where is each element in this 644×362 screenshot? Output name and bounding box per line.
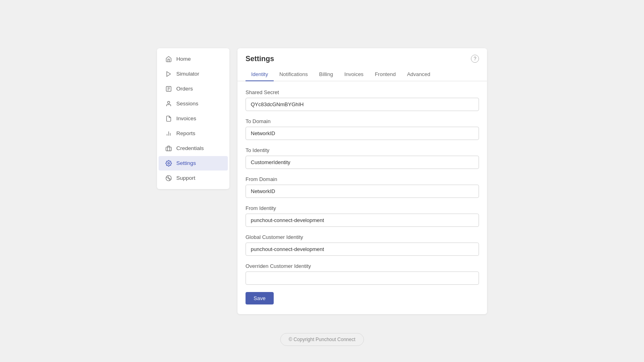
- page-wrapper: Home Simulator: [0, 0, 644, 362]
- settings-icon: [165, 160, 172, 167]
- tab-notifications[interactable]: Notifications: [274, 68, 314, 81]
- to-domain-label: To Domain: [246, 118, 479, 124]
- sidebar-label-simulator: Simulator: [176, 71, 199, 77]
- tab-identity[interactable]: Identity: [246, 68, 274, 81]
- sidebar-item-orders[interactable]: Orders: [159, 82, 228, 96]
- sidebar-label-settings: Settings: [176, 160, 196, 166]
- save-button[interactable]: Save: [246, 292, 274, 304]
- to-identity-group: To Identity: [246, 147, 479, 169]
- sessions-icon: [165, 100, 172, 107]
- tabs-container: Identity Notifications Billing Invoices …: [237, 68, 487, 81]
- svg-point-10: [168, 162, 169, 164]
- sidebar: Home Simulator: [157, 48, 229, 189]
- sidebar-label-sessions: Sessions: [176, 101, 198, 107]
- sidebar-item-settings[interactable]: Settings: [159, 156, 228, 171]
- sidebar-label-orders: Orders: [176, 86, 193, 92]
- sidebar-label-credentials: Credentials: [176, 145, 204, 151]
- from-domain-label: From Domain: [246, 176, 479, 182]
- tab-advanced[interactable]: Advanced: [401, 68, 436, 81]
- svg-point-5: [167, 101, 169, 103]
- to-domain-group: To Domain: [246, 118, 479, 140]
- orders-icon: [165, 85, 172, 93]
- svg-rect-9: [166, 147, 171, 150]
- sidebar-label-invoices: Invoices: [176, 115, 196, 121]
- global-customer-identity-label: Global Customer Identity: [246, 234, 479, 240]
- to-domain-input[interactable]: [246, 127, 479, 140]
- simulator-icon: [165, 70, 172, 78]
- overriden-customer-identity-group: Overriden Customer Identity: [246, 263, 479, 285]
- sidebar-item-home[interactable]: Home: [159, 52, 228, 66]
- page-title: Settings: [246, 55, 274, 63]
- from-identity-input[interactable]: [246, 214, 479, 227]
- reports-icon: [165, 130, 172, 137]
- sidebar-item-sessions[interactable]: Sessions: [159, 97, 228, 111]
- overriden-customer-identity-label: Overriden Customer Identity: [246, 263, 479, 269]
- to-identity-input[interactable]: [246, 156, 479, 169]
- credentials-icon: [165, 145, 172, 152]
- tab-invoices[interactable]: Invoices: [339, 68, 369, 81]
- support-icon: [165, 175, 172, 182]
- shared-secret-input[interactable]: [246, 98, 479, 111]
- sidebar-item-invoices[interactable]: Invoices: [159, 111, 228, 126]
- tab-frontend[interactable]: Frontend: [369, 68, 401, 81]
- global-customer-identity-group: Global Customer Identity: [246, 234, 479, 256]
- shared-secret-group: Shared Secret: [246, 89, 479, 111]
- from-domain-input[interactable]: [246, 185, 479, 198]
- from-identity-label: From Identity: [246, 205, 479, 211]
- form-content: Shared Secret To Domain To Identity From…: [237, 81, 487, 314]
- shared-secret-label: Shared Secret: [246, 89, 479, 95]
- sidebar-item-credentials[interactable]: Credentials: [159, 141, 228, 156]
- overriden-customer-identity-input[interactable]: [246, 272, 479, 285]
- footer-copyright: © Copyright Punchout Connect: [280, 333, 364, 346]
- settings-header: Settings ?: [237, 48, 487, 63]
- home-icon: [165, 56, 172, 63]
- to-identity-label: To Identity: [246, 147, 479, 153]
- main-panel: Settings ? Identity Notifications Billin…: [237, 48, 487, 314]
- sidebar-label-support: Support: [176, 175, 195, 181]
- sidebar-label-reports: Reports: [176, 130, 195, 136]
- sidebar-item-simulator[interactable]: Simulator: [159, 67, 228, 81]
- main-container: Home Simulator: [157, 48, 487, 314]
- sidebar-item-reports[interactable]: Reports: [159, 126, 228, 141]
- svg-marker-0: [167, 72, 170, 76]
- from-domain-group: From Domain: [246, 176, 479, 198]
- from-identity-group: From Identity: [246, 205, 479, 227]
- help-icon[interactable]: ?: [471, 55, 479, 63]
- tab-billing[interactable]: Billing: [314, 68, 339, 81]
- sidebar-label-home: Home: [176, 56, 191, 62]
- invoices-icon: [165, 115, 172, 122]
- sidebar-item-support[interactable]: Support: [159, 171, 228, 185]
- global-customer-identity-input[interactable]: [246, 243, 479, 256]
